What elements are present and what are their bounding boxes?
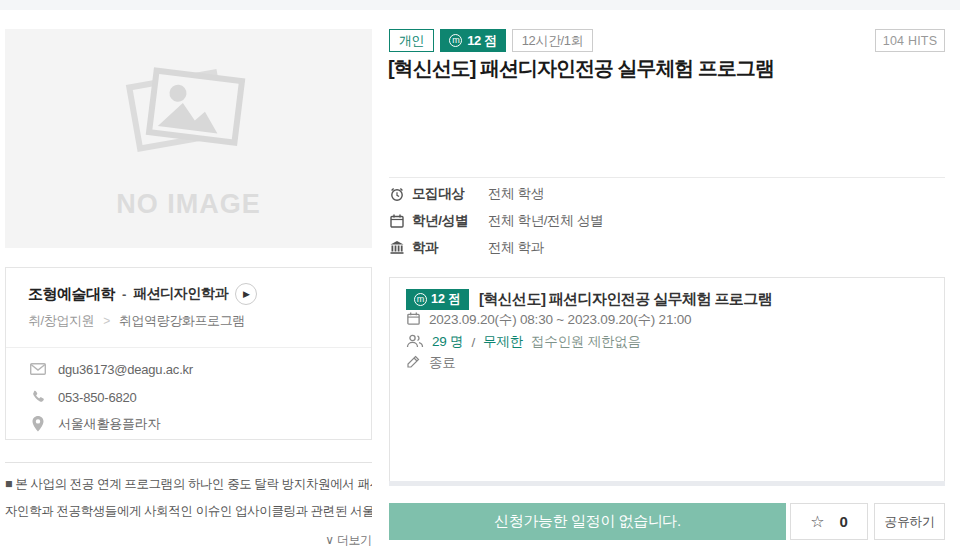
email-text: dgu36173@deagu.ac.kr bbox=[58, 362, 193, 377]
mail-icon bbox=[30, 363, 46, 375]
detail-label: 모집대상 bbox=[412, 185, 488, 203]
share-button[interactable]: 공유하기 bbox=[874, 503, 945, 540]
program-image-placeholder: NO IMAGE bbox=[5, 29, 372, 248]
calendar-icon bbox=[406, 311, 421, 329]
play-icon: ▶ bbox=[242, 290, 250, 299]
schedule-period: 2023.09.20(수) 08:30 ~ 2023.09.20(수) 21:0… bbox=[429, 311, 691, 329]
schedule-header: m 12 점 [혁신선도] 패션디자인전공 실무체험 프로그램 bbox=[406, 289, 772, 310]
detail-row-target: 모집대상 전체 학생 bbox=[389, 185, 544, 202]
status-text: 종료 bbox=[429, 354, 456, 372]
phone-icon bbox=[30, 390, 46, 404]
college-name: 조형예술대학 bbox=[28, 285, 115, 304]
pen-icon bbox=[406, 354, 421, 372]
bank-icon bbox=[389, 240, 412, 256]
schedule-title: [혁신선도] 패션디자인전공 실무체험 프로그램 bbox=[479, 290, 772, 309]
favorite-count: 0 bbox=[840, 513, 848, 530]
detail-value: 전체 학과 bbox=[488, 239, 544, 257]
slash-separator: / bbox=[471, 335, 475, 350]
page-title: [혁신선도] 패션디자인전공 실무체험 프로그램 bbox=[388, 55, 774, 82]
card-divider bbox=[6, 347, 371, 348]
detail-value: 전체 학생 bbox=[488, 185, 544, 203]
calendar-icon bbox=[389, 213, 412, 229]
schedule-card[interactable]: m 12 점 [혁신선도] 패션디자인전공 실무체험 프로그램 2023.09.… bbox=[389, 277, 945, 486]
phone-text: 053-850-6820 bbox=[58, 390, 137, 405]
clock-icon bbox=[389, 186, 412, 202]
badge-row: 개인 m 12 점 12시간/1회 bbox=[389, 29, 593, 52]
top-strip bbox=[0, 0, 960, 10]
detail-label: 학년/성별 bbox=[412, 212, 488, 230]
detail-row-department: 학과 전체 학과 bbox=[389, 239, 544, 256]
section-divider bbox=[389, 177, 945, 178]
breadcrumb-category[interactable]: 취/창업지원 bbox=[28, 312, 94, 330]
badge-personal: 개인 bbox=[389, 29, 434, 52]
m-circle-icon: m bbox=[414, 293, 427, 306]
people-icon bbox=[406, 334, 424, 351]
m-circle-icon: m bbox=[449, 34, 462, 47]
capacity: 무제한 bbox=[483, 333, 523, 351]
more-label: 더보기 bbox=[337, 533, 372, 547]
no-schedule-button[interactable]: 신청가능한 일정이 없습니다. bbox=[389, 503, 786, 540]
contact-location-row: 서울새활용플라자 bbox=[30, 416, 160, 432]
points-label: 12 점 bbox=[467, 32, 496, 50]
schedule-points-label: 12 점 bbox=[431, 291, 461, 308]
organization-header: 조형예술대학 - 패션디자인학과 ▶ bbox=[28, 283, 257, 305]
description-line: ■ 본 사업의 전공 연계 프로그램의 하나인 중도 탈락 방지차원에서 패션디 bbox=[5, 471, 372, 498]
description-line: 자인학과 전공학생들에게 사회적인 이슈인 업사이클링과 관련된 서울 새… bbox=[5, 498, 372, 525]
capacity-note: 접수인원 제한없음 bbox=[531, 333, 641, 351]
photo-icon bbox=[5, 51, 372, 175]
breadcrumb: 취/창업지원 > 취업역량강화프로그램 bbox=[28, 312, 245, 330]
schedule-capacity-row: 29 명 / 무제한 접수인원 제한없음 bbox=[406, 333, 641, 351]
detail-label: 학과 bbox=[412, 239, 488, 257]
hits-counter: 104 HITS bbox=[875, 29, 945, 52]
breadcrumb-subcategory[interactable]: 취업역량강화프로그램 bbox=[119, 312, 245, 330]
favorite-button[interactable]: ☆ 0 bbox=[790, 503, 868, 540]
contact-phone-row: 053-850-6820 bbox=[30, 389, 137, 405]
organization-card: 조형예술대학 - 패션디자인학과 ▶ 취/창업지원 > 취업역량강화프로그램 d… bbox=[5, 267, 372, 440]
location-pin-icon bbox=[30, 416, 46, 432]
separator-dash: - bbox=[122, 287, 126, 302]
schedule-status-row: 종료 bbox=[406, 354, 456, 372]
department-name: 패션디자인학과 bbox=[133, 285, 228, 303]
applicant-count: 29 명 bbox=[432, 333, 463, 351]
detail-row-grade-gender: 학년/성별 전체 학년/전체 성별 bbox=[389, 212, 603, 229]
more-button[interactable]: ∨ 더보기 bbox=[325, 533, 372, 547]
contact-email-row: dgu36173@deagu.ac.kr bbox=[30, 361, 193, 377]
program-description: ■ 본 사업의 전공 연계 프로그램의 하나인 중도 탈락 방지차원에서 패션디… bbox=[5, 471, 372, 549]
star-icon: ☆ bbox=[810, 514, 824, 530]
horizontal-scrollbar[interactable] bbox=[389, 481, 945, 486]
location-text: 서울새활용플라자 bbox=[58, 415, 160, 433]
expand-play-button[interactable]: ▶ bbox=[235, 283, 257, 305]
schedule-period-row: 2023.09.20(수) 08:30 ~ 2023.09.20(수) 21:0… bbox=[406, 311, 691, 329]
badge-points: m 12 점 bbox=[440, 29, 505, 52]
detail-value: 전체 학년/전체 성별 bbox=[488, 212, 603, 230]
chevron-right-icon: > bbox=[103, 314, 110, 328]
schedule-points-badge: m 12 점 bbox=[406, 289, 469, 310]
no-image-label: NO IMAGE bbox=[5, 189, 372, 220]
chevron-down-icon: ∨ bbox=[325, 533, 333, 547]
section-divider bbox=[5, 462, 372, 463]
badge-hours: 12시간/1회 bbox=[512, 29, 594, 52]
